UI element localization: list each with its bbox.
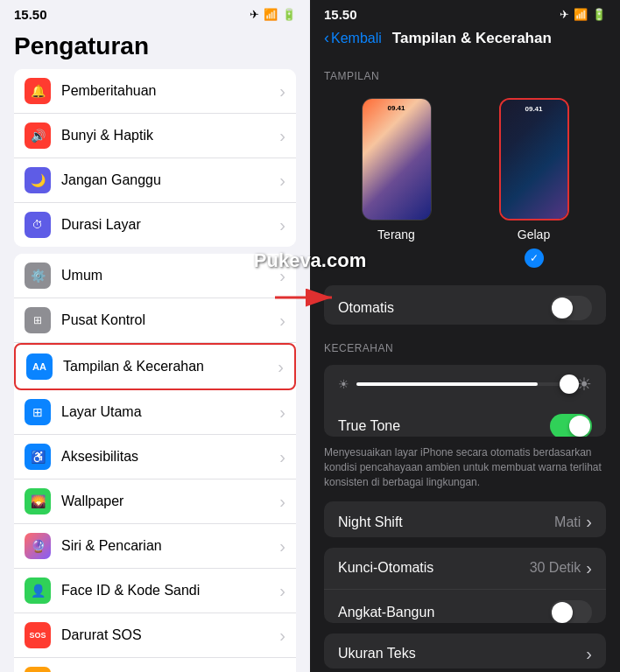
light-check-placeholder bbox=[387, 248, 406, 268]
dark-preview-time: 09.41 bbox=[501, 105, 567, 113]
durasi-layar-icon: ⏱ bbox=[25, 212, 51, 238]
status-time-right: 15.50 bbox=[324, 7, 357, 22]
true-tone-toggle[interactable] bbox=[550, 414, 592, 437]
sidebar-item-aksesibilitas[interactable]: ♿ Aksesibilitas bbox=[14, 435, 296, 480]
status-bar-left: 15.50 ✈ 📶 🔋 bbox=[0, 0, 310, 25]
pusat-kontrol-label: Pusat Kontrol bbox=[61, 312, 279, 328]
true-tone-description: Menyesuaikan layar iPhone secara otomati… bbox=[310, 440, 620, 498]
angkat-label: Angkat-Bangun bbox=[338, 605, 550, 620]
brightness-slider[interactable] bbox=[356, 382, 569, 386]
nav-title: Tampilan & Kecerahan bbox=[392, 30, 552, 47]
dark-screen: 09.41 bbox=[501, 100, 567, 219]
chevron-icon bbox=[279, 215, 285, 235]
back-button[interactable]: ‹ Kembali bbox=[324, 29, 382, 47]
siri-label: Siri & Pencarian bbox=[61, 538, 279, 554]
back-chevron-icon: ‹ bbox=[324, 29, 329, 47]
battery-icon-right: 🔋 bbox=[592, 8, 606, 21]
darurat-label: Darurat SOS bbox=[61, 627, 279, 643]
airplane-icon-right: ✈ bbox=[560, 8, 569, 21]
left-panel: 15.50 ✈ 📶 🔋 Pengaturan 🔔 Pemberitahuan 🔊… bbox=[0, 0, 310, 672]
chevron-icon bbox=[279, 536, 285, 556]
brightness-row: ☀ ☀ bbox=[324, 365, 606, 403]
chevron-icon bbox=[279, 581, 285, 601]
angkat-toggle[interactable] bbox=[550, 600, 592, 623]
appearance-dark-preview: 09.41 bbox=[499, 98, 569, 220]
layar-utama-label: Layar Utama bbox=[61, 404, 279, 420]
sun-small-icon: ☀ bbox=[338, 377, 349, 391]
chevron-icon bbox=[279, 626, 285, 646]
sidebar-item-face-id[interactable]: 👤 Face ID & Kode Sandi bbox=[14, 569, 296, 613]
settings-list: 🔔 Pemberitahuan 🔊 Bunyi & Haptik 🌙 Janga… bbox=[0, 69, 310, 672]
sidebar-item-pemberitahuan[interactable]: 🔔 Pemberitahuan bbox=[14, 69, 296, 114]
pusat-kontrol-icon: ⊞ bbox=[25, 307, 51, 333]
sidebar-item-jangan-ganggu[interactable]: 🌙 Jangan Ganggu bbox=[14, 158, 296, 203]
chevron-icon bbox=[279, 492, 285, 512]
light-preview-time: 09.41 bbox=[363, 104, 431, 112]
kunci-value: 30 Detik bbox=[530, 560, 581, 576]
wifi-icon: 📶 bbox=[264, 8, 278, 21]
sidebar-item-pusat-kontrol[interactable]: ⊞ Pusat Kontrol bbox=[14, 298, 296, 343]
sidebar-item-layar-utama[interactable]: ⊞ Layar Utama bbox=[14, 390, 296, 435]
nav-bar: ‹ Kembali Tampilan & Kecerahan bbox=[310, 25, 620, 56]
layar-utama-icon: ⊞ bbox=[25, 399, 51, 425]
page-title: Pengaturan bbox=[0, 25, 310, 69]
status-icons-left: ✈ 📶 🔋 bbox=[250, 8, 296, 21]
back-label: Kembali bbox=[331, 31, 382, 46]
brightness-thumb bbox=[560, 374, 579, 394]
tampilan-label: Tampilan & Kecerahan bbox=[63, 359, 278, 374]
sidebar-item-umum[interactable]: ⚙️ Umum bbox=[14, 254, 296, 298]
airplane-icon: ✈ bbox=[250, 8, 259, 21]
ukuran-teks-chevron bbox=[586, 644, 592, 664]
wallpaper-icon: 🌄 bbox=[25, 488, 51, 514]
night-shift-section: Night Shift Mati bbox=[324, 501, 606, 536]
otomatis-item[interactable]: Otomatis bbox=[324, 285, 606, 325]
night-shift-value: Mati bbox=[554, 514, 581, 530]
sidebar-item-tampilan[interactable]: AA Tampilan & Kecerahan bbox=[14, 343, 296, 390]
appearance-row: 09.41 Terang 09.41 Gelap ✓ bbox=[310, 89, 620, 282]
jangan-ganggu-label: Jangan Ganggu bbox=[61, 172, 279, 188]
true-tone-label: True Tone bbox=[338, 418, 550, 434]
night-shift-chevron bbox=[586, 512, 592, 532]
umum-icon: ⚙️ bbox=[25, 262, 51, 289]
sidebar-item-pemaparan[interactable]: ☀️ Pemberitahuan Pemaparan bbox=[14, 658, 296, 672]
angkat-item[interactable]: Angkat-Bangun bbox=[324, 590, 606, 623]
aksesibilitas-icon: ♿ bbox=[25, 444, 51, 470]
brightness-fill bbox=[356, 382, 538, 386]
battery-icon: 🔋 bbox=[282, 8, 296, 21]
otomatis-label: Otomatis bbox=[338, 300, 550, 316]
face-id-icon: 👤 bbox=[25, 578, 51, 604]
section-tampilan-header: TAMPILAN bbox=[310, 56, 620, 89]
kunci-item[interactable]: Kunci-Otomatis 30 Detik bbox=[324, 548, 606, 590]
kunci-label: Kunci-Otomatis bbox=[338, 560, 530, 576]
kunci-section: Kunci-Otomatis 30 Detik Angkat-Bangun bbox=[324, 548, 606, 623]
ukuran-teks-item[interactable]: Ukuran Teks bbox=[324, 634, 606, 668]
sidebar-item-bunyi[interactable]: 🔊 Bunyi & Haptik bbox=[14, 114, 296, 158]
night-shift-item[interactable]: Night Shift Mati bbox=[324, 501, 606, 536]
wifi-icon-right: 📶 bbox=[574, 8, 588, 21]
chevron-icon bbox=[279, 266, 285, 286]
dark-label: Gelap bbox=[518, 228, 550, 242]
chevron-icon bbox=[278, 357, 284, 377]
pemaparan-icon: ☀️ bbox=[25, 667, 51, 672]
appearance-light-option[interactable]: 09.41 Terang bbox=[362, 98, 432, 268]
light-screen: 09.41 bbox=[363, 99, 431, 220]
jangan-ganggu-icon: 🌙 bbox=[25, 167, 51, 193]
sidebar-item-durasi-layar[interactable]: ⏱ Durasi Layar bbox=[14, 203, 296, 247]
section-kecerahan-header: KECERAHAN bbox=[310, 328, 620, 361]
sidebar-item-siri[interactable]: 🔮 Siri & Pencarian bbox=[14, 524, 296, 569]
wallpaper-label: Wallpaper bbox=[61, 494, 279, 509]
brightness-section: ☀ ☀ True Tone bbox=[324, 365, 606, 437]
appearance-light-preview: 09.41 bbox=[362, 98, 432, 220]
otomatis-section: Otomatis bbox=[324, 285, 606, 325]
sidebar-item-wallpaper[interactable]: 🌄 Wallpaper bbox=[14, 480, 296, 524]
siri-icon: 🔮 bbox=[25, 533, 51, 559]
chevron-icon bbox=[279, 171, 285, 191]
pemberitahuan-label: Pemberitahuan bbox=[61, 83, 279, 99]
sidebar-item-darurat[interactable]: SOS Darurat SOS bbox=[14, 613, 296, 658]
appearance-dark-option[interactable]: 09.41 Gelap ✓ bbox=[499, 98, 569, 268]
umum-label: Umum bbox=[61, 268, 279, 284]
true-tone-item[interactable]: True Tone bbox=[324, 403, 606, 437]
dark-check-icon: ✓ bbox=[525, 248, 544, 268]
otomatis-toggle[interactable] bbox=[550, 296, 592, 320]
settings-section-1: 🔔 Pemberitahuan 🔊 Bunyi & Haptik 🌙 Janga… bbox=[14, 69, 296, 247]
